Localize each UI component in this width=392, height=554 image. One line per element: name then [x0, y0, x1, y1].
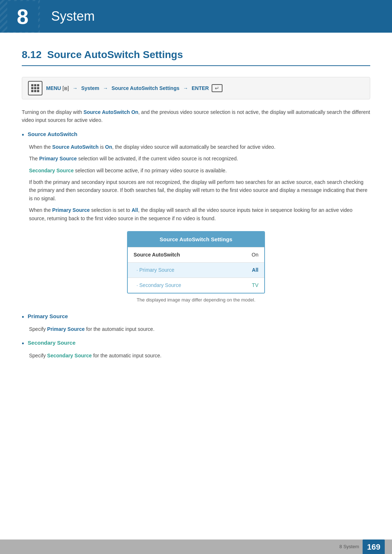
- ui-row-source-autoswitch: Source AutoSwitch On: [128, 247, 264, 262]
- chapter-number: 8: [7, 1, 38, 32]
- para-1-2: The Primary Source selection will be act…: [29, 155, 370, 163]
- ui-row-label-3: · Secondary Source: [134, 282, 181, 289]
- bullet-header-2: • Primary Source: [22, 312, 370, 322]
- bullet-content-2: Specify Primary Source for the automatic…: [22, 325, 370, 333]
- enter-icon: ↵: [212, 84, 222, 92]
- ui-box-container: Source AutoSwitch Settings Source AutoSw…: [22, 231, 370, 304]
- para-1-1: When the Source AutoSwitch is On, the di…: [29, 143, 370, 151]
- menu-grid-icon: [31, 84, 39, 92]
- ui-settings-box: Source AutoSwitch Settings Source AutoSw…: [127, 231, 265, 294]
- ui-row-label-2: · Primary Source: [134, 266, 174, 274]
- bullet-title-2: Primary Source: [28, 312, 68, 321]
- nav-arrow-3: →: [183, 85, 189, 91]
- bullet-source-autoswitch: • Source AutoSwitch When the Source Auto…: [22, 130, 370, 222]
- ui-row-value-1: On: [252, 251, 258, 259]
- nav-arrow-1: →: [73, 85, 79, 91]
- nav-breadcrumb: MENU [⊞] → System → Source AutoSwitch Se…: [22, 77, 370, 99]
- bullet-header-3: • Secondary Source: [22, 339, 370, 349]
- nav-menu-label: MENU: [46, 85, 61, 91]
- nav-settings: Source AutoSwitch Settings: [111, 85, 179, 91]
- ui-row-value-2: All: [252, 266, 258, 274]
- bullet-title-1: Source AutoSwitch: [28, 130, 77, 139]
- bullet-secondary-source: • Secondary Source Specify Secondary Sou…: [22, 339, 370, 360]
- nav-system: System: [81, 85, 99, 91]
- footer-section-label: 8 System: [339, 543, 359, 550]
- bullet-content-3: Specify Secondary Source for the automat…: [22, 352, 370, 360]
- bullet-primary-source: • Primary Source Specify Primary Source …: [22, 312, 370, 333]
- para-2-1: Specify Primary Source for the automatic…: [29, 325, 370, 333]
- bullet-content-1: When the Source AutoSwitch is On, the di…: [22, 143, 370, 222]
- nav-arrow-2: →: [103, 85, 109, 91]
- ui-box-header: Source AutoSwitch Settings: [128, 232, 264, 247]
- bullet-title-3: Secondary Source: [28, 339, 75, 347]
- footer-page-number: 169: [363, 539, 385, 554]
- ui-box-caption: The displayed image may differ depending…: [136, 296, 255, 304]
- para-1-3: Secondary Source selection will become a…: [29, 167, 370, 175]
- menu-icon: [28, 81, 42, 95]
- para-1-4: If both the primary and secondary input …: [29, 178, 370, 202]
- ui-row-value-3: TV: [252, 282, 258, 289]
- page-footer: 8 System 169: [0, 539, 392, 554]
- intro-text: Turning on the display with Source AutoS…: [22, 108, 370, 124]
- ui-row-primary-source: · Primary Source All: [128, 262, 264, 278]
- page-header: 8 System: [0, 0, 392, 33]
- bullet-header-1: • Source AutoSwitch: [22, 130, 370, 140]
- nav-enter: ENTER: [192, 85, 209, 91]
- main-content: 8.12 Source AutoSwitch Settings MENU [⊞]…: [0, 33, 392, 387]
- ui-row-secondary-source: · Secondary Source TV: [128, 278, 264, 293]
- section-title: 8.12 Source AutoSwitch Settings: [22, 47, 370, 66]
- ui-row-label-1: Source AutoSwitch: [134, 251, 180, 259]
- para-3-1: Specify Secondary Source for the automat…: [29, 352, 370, 360]
- chapter-title: System: [51, 7, 95, 26]
- para-1-5: When the Primary Source selection is set…: [29, 206, 370, 222]
